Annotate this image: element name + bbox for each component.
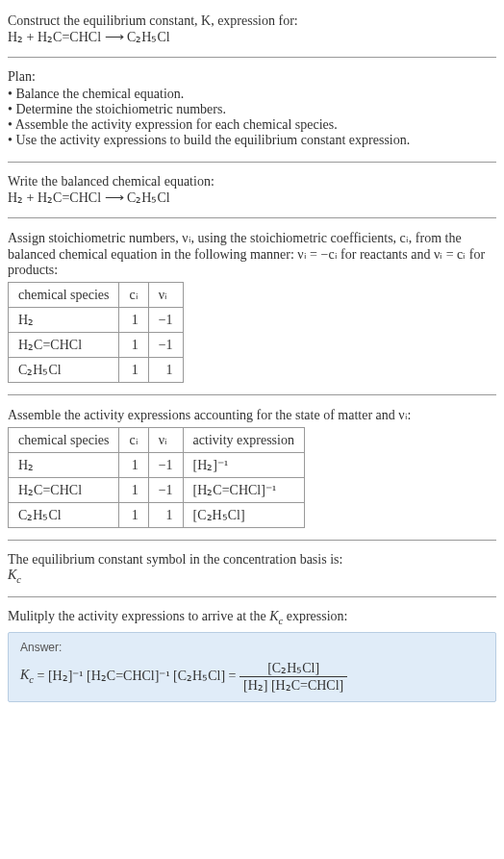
plan-section: Plan: Balance the chemical equation. Det… [8,63,496,156]
answer-box: Answer: Kc = [H₂]⁻¹ [H₂C=CHCl]⁻¹ [C₂H₅Cl… [8,632,496,702]
symbol-text: The equilibrium constant symbol in the c… [8,552,496,568]
plan-list: Balance the chemical equation. Determine… [8,87,496,148]
cell-vi: 1 [148,503,183,528]
col-vi: νᵢ [148,428,183,453]
fraction-numerator: [C₂H₅Cl] [239,660,347,677]
final-section: Mulitply the activity expressions to arr… [8,603,496,708]
table-row: C₂H₅Cl 1 1 [9,358,184,383]
stoich-text: Assign stoichiometric numbers, νᵢ, using… [8,230,496,278]
col-vi: νᵢ [148,283,183,308]
cell-vi: −1 [148,453,183,478]
col-species: chemical species [9,428,119,453]
cell-ci: 1 [119,503,148,528]
cell-vi: −1 [148,478,183,503]
divider [8,596,496,597]
table-header-row: chemical species cᵢ νᵢ [9,283,184,308]
plan-item: Balance the chemical equation. [8,87,496,102]
cell-expr: [H₂C=CHCl]⁻¹ [183,478,304,503]
divider [8,57,496,58]
cell-ci: 1 [119,358,148,383]
symbol-section: The equilibrium constant symbol in the c… [8,546,496,591]
final-text: Mulitply the activity expressions to arr… [8,609,496,626]
table-row: H₂C=CHCl 1 −1 [9,333,184,358]
cell-vi: 1 [148,358,183,383]
cell-species: H₂C=CHCl [9,478,119,503]
cell-species: H₂ [9,308,119,333]
col-ci: cᵢ [119,283,148,308]
symbol-kc: Kc [8,568,496,585]
col-expr: activity expression [183,428,304,453]
col-ci: cᵢ [119,428,148,453]
activity-text: Assemble the activity expressions accoun… [8,407,496,423]
divider [8,540,496,541]
intro-equation: H₂ + H₂C=CHCl ⟶ C₂H₅Cl [8,29,496,45]
col-species: chemical species [9,283,119,308]
activity-section: Assemble the activity expressions accoun… [8,401,496,534]
cell-species: H₂C=CHCl [9,333,119,358]
cell-vi: −1 [148,308,183,333]
balanced-equation: H₂ + H₂C=CHCl ⟶ C₂H₅Cl [8,189,496,206]
activity-table: chemical species cᵢ νᵢ activity expressi… [8,427,305,528]
answer-label: Answer: [20,641,484,654]
table-row: H₂ 1 −1 [H₂]⁻¹ [9,453,305,478]
intro-section: Construct the equilibrium constant, K, e… [8,8,496,51]
intro-line1: Construct the equilibrium constant, K, e… [8,13,496,29]
divider [8,217,496,218]
divider [8,394,496,395]
cell-vi: −1 [148,333,183,358]
fraction: [C₂H₅Cl] [H₂] [H₂C=CHCl] [239,660,347,694]
cell-species: C₂H₅Cl [9,358,119,383]
cell-ci: 1 [119,478,148,503]
table-header-row: chemical species cᵢ νᵢ activity expressi… [9,428,305,453]
plan-item: Use the activity expressions to build th… [8,133,496,148]
table-row: H₂C=CHCl 1 −1 [H₂C=CHCl]⁻¹ [9,478,305,503]
balanced-heading: Write the balanced chemical equation: [8,174,496,189]
cell-expr: [C₂H₅Cl] [183,503,304,528]
stoich-table: chemical species cᵢ νᵢ H₂ 1 −1 H₂C=CHCl … [8,282,184,383]
stoich-section: Assign stoichiometric numbers, νᵢ, using… [8,224,496,389]
cell-species: H₂ [9,453,119,478]
fraction-denominator: [H₂] [H₂C=CHCl] [239,677,347,694]
plan-item: Assemble the activity expression for eac… [8,117,496,133]
table-row: C₂H₅Cl 1 1 [C₂H₅Cl] [9,503,305,528]
cell-expr: [H₂]⁻¹ [183,453,304,478]
balanced-section: Write the balanced chemical equation: H₂… [8,168,496,212]
cell-species: C₂H₅Cl [9,503,119,528]
cell-ci: 1 [119,308,148,333]
divider [8,162,496,163]
answer-equation: Kc = [H₂]⁻¹ [H₂C=CHCl]⁻¹ [C₂H₅Cl] = [C₂H… [20,660,484,694]
cell-ci: 1 [119,453,148,478]
table-row: H₂ 1 −1 [9,308,184,333]
cell-ci: 1 [119,333,148,358]
plan-heading: Plan: [8,69,496,85]
plan-item: Determine the stoichiometric numbers. [8,102,496,117]
